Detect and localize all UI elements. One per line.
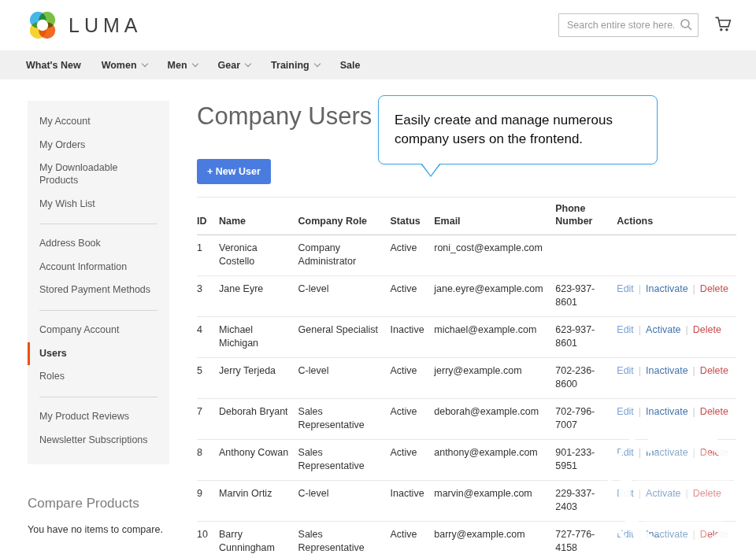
- sidebar-item-address-book[interactable]: Address Book: [28, 232, 169, 256]
- cell-email: michael@example.com: [434, 316, 555, 357]
- nav-item-training[interactable]: Training: [271, 60, 320, 71]
- new-user-button[interactable]: + New User: [197, 159, 271, 184]
- edit-link[interactable]: Edit: [617, 406, 634, 417]
- sidebar-item-my-downloadable-products[interactable]: My Downloadable Products: [28, 157, 169, 192]
- cell-status: Active: [391, 275, 435, 316]
- delete-link[interactable]: Delete: [700, 447, 728, 458]
- nav-item-women[interactable]: Women: [102, 60, 147, 71]
- column-header-actions: Actions: [617, 198, 736, 235]
- cell-role: C-level: [298, 357, 391, 398]
- activate-link[interactable]: Activate: [646, 324, 680, 335]
- content: My AccountMy OrdersMy Downloadable Produ…: [0, 79, 756, 554]
- luma-logo-icon: [26, 9, 59, 42]
- search-input[interactable]: [558, 13, 699, 37]
- compare-products-block: Compare Products You have no items to co…: [28, 496, 169, 535]
- sidebar-item-my-product-reviews[interactable]: My Product Reviews: [28, 405, 169, 429]
- nav-item-sale[interactable]: Sale: [340, 60, 361, 71]
- inactivate-link[interactable]: Inactivate: [646, 283, 688, 294]
- delete-link[interactable]: Delete: [693, 324, 721, 335]
- sidebar-item-my-account[interactable]: My Account: [28, 110, 169, 134]
- cell-role: Sales Representative: [298, 521, 391, 554]
- account-nav: My AccountMy OrdersMy Downloadable Produ…: [28, 101, 169, 464]
- delete-link[interactable]: Delete: [693, 488, 721, 499]
- cell-name: Michael Michigan: [219, 316, 298, 357]
- cell-id: 5: [197, 357, 219, 398]
- table-row: 5Jerry TerjedaC-levelActivejerry@example…: [197, 357, 736, 398]
- inactivate-link[interactable]: Inactivate: [646, 529, 688, 540]
- column-header-status: Status: [391, 198, 435, 235]
- delete-link[interactable]: Delete: [700, 529, 728, 540]
- cart-icon[interactable]: [713, 14, 734, 36]
- activate-link[interactable]: Activate: [646, 488, 680, 499]
- cell-role: C-level: [298, 480, 391, 521]
- cell-email: jerry@example.com: [434, 357, 555, 398]
- sidebar-item-stored-payment-methods[interactable]: Stored Payment Methods: [28, 279, 169, 302]
- logo-text: LUMA: [69, 14, 142, 37]
- cell-actions: Edit|Inactivate|Delete: [617, 275, 736, 316]
- cell-name: Veronica Costello: [219, 235, 298, 275]
- cell-status: Inactive: [391, 316, 435, 357]
- delete-link[interactable]: Delete: [700, 283, 728, 294]
- action-separator: |: [693, 283, 695, 294]
- nav-item-label: Women: [102, 60, 137, 71]
- users-table-head-row: IDNameCompany RoleStatusEmailPhone Numbe…: [197, 198, 736, 235]
- sidebar-item-company-account[interactable]: Company Account: [28, 319, 169, 342]
- column-header-company-role: Company Role: [298, 198, 391, 235]
- action-separator: |: [639, 324, 641, 335]
- cell-role: General Specialist: [298, 316, 391, 357]
- cell-name: Jerry Terjeda: [219, 357, 298, 398]
- action-separator: |: [693, 365, 695, 376]
- cell-phone: 901-233-5951: [555, 439, 617, 480]
- edit-link[interactable]: Edit: [617, 447, 634, 458]
- inactivate-link[interactable]: Inactivate: [646, 406, 688, 417]
- divider: [39, 310, 158, 311]
- column-header-phone-number: Phone Number: [555, 198, 617, 235]
- cell-email: barry@example.com: [434, 521, 555, 554]
- sidebar-item-newsletter-subscriptions[interactable]: Newsletter Subscriptions: [28, 429, 169, 452]
- nav-item-men[interactable]: Men: [168, 60, 198, 71]
- cell-id: 1: [197, 235, 219, 275]
- sidebar-item-my-wish-list[interactable]: My Wish List: [28, 193, 169, 216]
- action-separator: |: [639, 447, 641, 458]
- cell-email: anthony@example.com: [434, 439, 555, 480]
- cell-status: Active: [391, 357, 435, 398]
- cell-id: 9: [197, 480, 219, 521]
- cell-phone: 623-937-8601: [555, 275, 617, 316]
- delete-link[interactable]: Delete: [700, 406, 728, 417]
- cell-phone: [555, 235, 617, 275]
- cell-email: jane.eyre@example.com: [434, 275, 555, 316]
- divider: [39, 223, 158, 224]
- luma-logo[interactable]: LUMA: [26, 9, 142, 42]
- cell-email: marvin@example.com: [434, 480, 555, 521]
- cell-role: C-level: [298, 275, 391, 316]
- edit-link[interactable]: Edit: [617, 529, 634, 540]
- chevron-down-icon: [313, 61, 320, 67]
- cell-phone: 727-776-4158: [555, 521, 617, 554]
- divider: [39, 397, 158, 397]
- inactivate-link[interactable]: Inactivate: [646, 365, 688, 376]
- edit-link[interactable]: Edit: [617, 488, 634, 499]
- edit-link[interactable]: Edit: [617, 283, 634, 294]
- edit-link[interactable]: Edit: [617, 365, 634, 376]
- cell-actions: Edit|Inactivate|Delete: [617, 357, 736, 398]
- sidebar-item-roles[interactable]: Roles: [28, 365, 169, 389]
- delete-link[interactable]: Delete: [700, 365, 728, 376]
- cell-email: deborah@example.com: [434, 398, 555, 439]
- nav-item-label: Gear: [218, 60, 241, 71]
- sidebar-item-account-information[interactable]: Account Information: [28, 256, 169, 279]
- inactivate-link[interactable]: Inactivate: [646, 447, 688, 458]
- edit-link[interactable]: Edit: [617, 324, 634, 335]
- feature-tooltip: Easily create and manage numerous compan…: [378, 95, 658, 164]
- cell-actions: [617, 235, 736, 275]
- cell-id: 3: [197, 275, 219, 316]
- action-separator: |: [686, 488, 688, 499]
- cell-id: 7: [197, 398, 219, 439]
- nav-item-what-s-new[interactable]: What's New: [26, 60, 81, 71]
- column-header-id: ID: [197, 198, 219, 235]
- sidebar-item-my-orders[interactable]: My Orders: [28, 134, 169, 157]
- cell-status: Active: [391, 521, 435, 554]
- action-separator: |: [693, 529, 695, 540]
- nav-item-gear[interactable]: Gear: [218, 60, 251, 71]
- sidebar-item-users[interactable]: Users: [28, 342, 169, 366]
- search-icon[interactable]: [680, 18, 693, 35]
